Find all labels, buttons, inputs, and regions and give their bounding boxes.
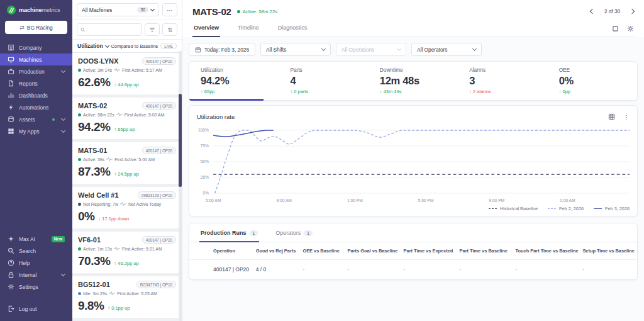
sort-icon xyxy=(167,27,173,33)
col-part-time-expected: Part Time vs Expected xyxy=(400,242,456,260)
scrollbar-thumb[interactable] xyxy=(179,94,182,187)
dashed-dark-line-swatch xyxy=(489,208,497,209)
machine-pager: 2 of 30 xyxy=(591,9,634,14)
machine-list-more-button[interactable] xyxy=(162,3,177,16)
prev-machine-button[interactable] xyxy=(590,8,595,13)
next-machine-button[interactable] xyxy=(630,8,635,13)
sidebar-item-automations[interactable]: Automations xyxy=(0,101,72,113)
status-dot xyxy=(78,69,81,72)
tab-timeline[interactable]: Timeline xyxy=(236,23,260,37)
machine-card-mats-02[interactable]: MATS-02400147 | OP20 Active: 58m 22sFirs… xyxy=(72,98,182,139)
dashed-line-swatch xyxy=(548,208,556,209)
kpi-alarms[interactable]: Alarms 3 ↑ 2 alarms xyxy=(458,62,547,100)
filter-button[interactable] xyxy=(145,23,160,36)
tab-operators[interactable]: Operators1 xyxy=(274,223,314,242)
sidebar-item-production[interactable]: Production xyxy=(0,65,72,77)
machine-search-input[interactable] xyxy=(88,27,138,33)
ellipsis-icon xyxy=(167,5,173,14)
col-touch-part-time: Touch Part Time vs Baseline xyxy=(512,242,579,260)
sort-button[interactable] xyxy=(162,23,177,36)
solid-line-swatch xyxy=(594,208,602,209)
machine-card-doos-lynx[interactable]: DOOS-LYNX400147 | OP10 Active: 3m 14sFir… xyxy=(72,53,182,94)
sidebar-item-help[interactable]: Help xyxy=(0,257,72,269)
chart-title: Utilization rate xyxy=(197,113,235,120)
chevron-down-icon xyxy=(150,7,155,11)
lock-icon xyxy=(8,271,14,278)
sidebar-item-company[interactable]: Company xyxy=(0,42,72,54)
production-icon xyxy=(8,68,14,75)
sidebar-item-dashboards[interactable]: Dashboards xyxy=(0,89,72,101)
company-icon xyxy=(8,44,14,51)
sidebar: machinemetrics BG Racing Company Machine… xyxy=(0,0,72,321)
my-apps-icon xyxy=(8,128,14,135)
page-title: MATS-02 xyxy=(192,6,231,17)
calendar-icon xyxy=(195,47,201,53)
chart-menu-button[interactable] xyxy=(623,111,630,122)
machine-list-scrollbar[interactable] xyxy=(179,51,182,321)
window-icon xyxy=(613,26,618,31)
chevron-down-icon xyxy=(105,43,109,47)
settings-button[interactable] xyxy=(627,25,634,32)
metric-selector[interactable]: Utilization xyxy=(77,43,109,49)
machine-card-bg512-01[interactable]: BG512-01BG347743 | OP10 Idle: 3m 29sFirs… xyxy=(72,276,182,318)
gear-icon xyxy=(627,25,634,32)
kpi-utilization[interactable]: Utilization 94.2% ↑ 65pp xyxy=(189,62,279,100)
date-picker-button[interactable]: Today: Feb 3, 2026 xyxy=(189,43,255,56)
chevron-down-icon xyxy=(321,47,326,51)
sidebar-item-assets[interactable]: Assets xyxy=(0,113,72,125)
help-icon xyxy=(8,259,14,266)
tab-production-runs[interactable]: Production Runs1 xyxy=(199,223,259,242)
kpi-summary-card: Utilization 94.2% ↑ 65pp Parts 4 ↑ 0 par… xyxy=(189,61,638,101)
sidebar-item-search[interactable]: Search xyxy=(0,245,72,257)
operation-badge: 09823123 | OP10 xyxy=(138,191,176,199)
sidebar-item-settings[interactable]: Settings xyxy=(0,281,72,293)
sidebar-item-internal[interactable]: Internal xyxy=(0,269,72,281)
chart-legend: Historical Baseline Feb 2, 2026 Feb 3, 2… xyxy=(197,206,630,211)
count-badge: 1 xyxy=(250,230,258,236)
col-oee-vs-baseline: OEE vs Baseline xyxy=(299,242,343,260)
table-row[interactable]: 400147 | OP20 4 / 0 - - - - - - xyxy=(189,260,637,279)
operation-badge: 400147 | OP20 xyxy=(142,102,176,110)
expand-view-button[interactable] xyxy=(613,26,618,31)
sidebar-footer: Max AI New Search Help Internal Settings… xyxy=(0,233,72,321)
chart-y-axis: 0%25%50%75%100% xyxy=(197,128,213,204)
logout-icon xyxy=(8,305,14,312)
kpi-downtime[interactable]: Downtime 12m 48s ↓ 43m 49s xyxy=(369,62,458,100)
col-operation: Operation xyxy=(189,242,252,260)
pulse-icon xyxy=(116,112,123,117)
tab-diagnostics[interactable]: Diagnostics xyxy=(277,23,309,37)
machine-card-weld-cell-1[interactable]: Weld Cell #109823123 | OP10 Not Reportin… xyxy=(72,187,182,228)
sidebar-item-reports[interactable]: Reports xyxy=(0,77,72,89)
sidebar-item-max-ai[interactable]: Max AI New xyxy=(0,233,72,245)
machine-card-mats-01[interactable]: MATS-01400147 | OP20 Active: 39sFirst Ac… xyxy=(72,142,182,184)
machine-active-status: Active: 58m 22s xyxy=(237,9,277,14)
sidebar-item-machines[interactable]: Machines xyxy=(0,54,72,65)
kpi-oee[interactable]: OEE 0% ↑ 0pp xyxy=(548,62,637,100)
new-badge: New xyxy=(52,236,65,242)
col-part-time-baseline: Part Time vs Baseline xyxy=(456,242,512,260)
chevron-down-icon xyxy=(61,272,65,276)
chevron-down-icon xyxy=(61,116,65,121)
sparkle-icon xyxy=(8,235,14,242)
operators-dropdown[interactable]: All Operators xyxy=(411,43,482,56)
kpi-parts[interactable]: Parts 4 ↑ 0 parts xyxy=(279,62,368,100)
machines-icon xyxy=(8,56,14,63)
operation-badge: 400147 | OP10 xyxy=(142,57,176,65)
search-icon xyxy=(80,27,86,33)
chevron-down-icon xyxy=(61,69,65,73)
operation-badge: BG347743 | OP10 xyxy=(136,281,176,288)
table-view-button[interactable] xyxy=(608,113,615,120)
tab-overview[interactable]: Overview xyxy=(192,23,220,37)
machine-card-vf6-01[interactable]: VF6-01400147 | OP20 Active: 1m 13sFirst … xyxy=(72,232,182,273)
status-dot xyxy=(78,292,81,295)
col-setup-time: Setup Time vs Baseline xyxy=(579,242,637,260)
org-switcher-button[interactable]: BG Racing xyxy=(5,21,67,34)
shifts-dropdown[interactable]: All Shifts xyxy=(260,43,331,56)
gear-icon xyxy=(8,283,14,290)
sidebar-item-logout[interactable]: Log out xyxy=(0,303,72,315)
status-dot xyxy=(237,10,240,13)
machine-group-selector[interactable]: All Machines 30 xyxy=(77,3,159,16)
production-runs-table: Operation Good vs Rej Parts OEE vs Basel… xyxy=(189,242,637,279)
legend-feb-3: Feb 3, 2026 xyxy=(594,206,630,211)
sidebar-item-my-apps[interactable]: My Apps xyxy=(0,125,72,137)
